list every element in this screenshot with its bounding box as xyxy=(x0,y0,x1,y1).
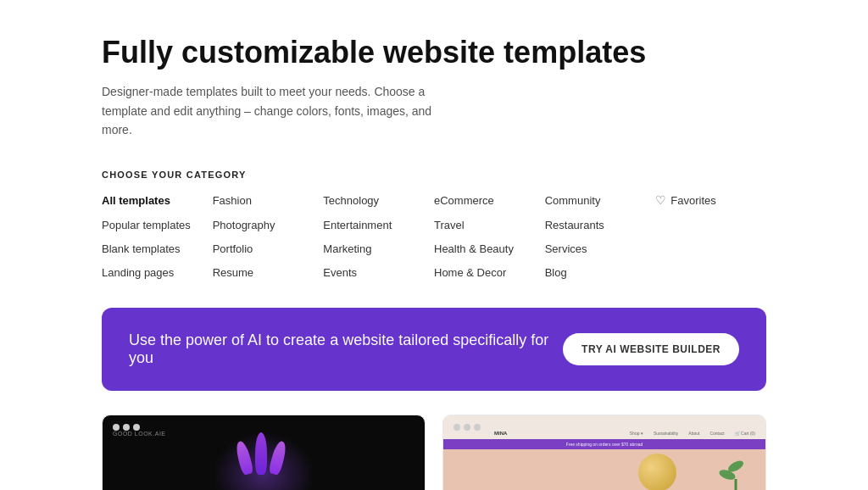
ceramic-ball-yellow xyxy=(638,454,676,490)
cat-services[interactable]: Services xyxy=(545,242,656,257)
dot-red-2 xyxy=(453,424,460,431)
favorites-label: Favorites xyxy=(670,194,715,207)
dot-yellow xyxy=(123,424,130,431)
flame-left xyxy=(234,440,254,476)
ceramics-nav-about: About xyxy=(688,431,699,436)
cat-blank-templates[interactable]: Blank templates xyxy=(102,242,213,257)
adelina-card-inner: GOOD LOOK.AIE ADELINA Palmer ✦ This is t… xyxy=(103,415,425,490)
category-column-2: Fashion Photography Portfolio Resume xyxy=(213,193,324,281)
ai-banner-text: Use the power of AI to create a website … xyxy=(129,331,563,367)
ceramics-promo-banner: Free shipping on orders over $70 abroad xyxy=(443,439,765,449)
cat-portfolio[interactable]: Portfolio xyxy=(213,242,324,257)
adelina-brand: GOOD LOOK.AIE xyxy=(113,431,166,437)
cat-all-templates[interactable]: All templates xyxy=(102,193,213,209)
cat-resume[interactable]: Resume xyxy=(213,265,324,281)
cat-photography[interactable]: Photography xyxy=(213,218,324,233)
dot-green xyxy=(133,424,140,431)
ceramics-card-inner: MINA Shop ▾ Sustainability About Contact… xyxy=(443,415,765,490)
dot-yellow-2 xyxy=(464,424,470,431)
cat-marketing[interactable]: Marketing xyxy=(323,242,434,257)
cat-blog[interactable]: Blog xyxy=(545,265,656,281)
cat-health-beauty[interactable]: Health & Beauty xyxy=(434,242,545,257)
cat-home-decor[interactable]: Home & Decor xyxy=(434,265,545,281)
category-column-1: All templates Popular templates Blank te… xyxy=(102,193,213,281)
cat-popular-templates[interactable]: Popular templates xyxy=(102,218,213,233)
cat-ecommerce[interactable]: eCommerce xyxy=(434,193,545,209)
cat-travel[interactable]: Travel xyxy=(434,218,545,233)
cat-technology[interactable]: Technology xyxy=(323,193,434,209)
ceramics-nav-shop: Shop ▾ xyxy=(630,431,643,436)
ceramics-hero: Handmade ceramics Handmade clay ceramics… xyxy=(443,449,765,490)
adelina-flames xyxy=(230,424,298,475)
category-section-label: CHOOSE YOUR CATEGORY xyxy=(102,170,766,180)
cat-community[interactable]: Community xyxy=(545,193,656,209)
ceramics-nav: Shop ▾ Sustainability About Contact 🛒 Ca… xyxy=(494,431,755,436)
cat-fashion[interactable]: Fashion xyxy=(213,193,324,209)
category-column-5: Community Restaurants Services Blog xyxy=(545,193,656,281)
ai-banner: Use the power of AI to create a website … xyxy=(102,308,766,391)
plant-stem xyxy=(735,479,737,490)
category-column-3: Technology Entertainment Marketing Event… xyxy=(323,193,434,281)
flame-center xyxy=(255,432,267,475)
ceramic-plant xyxy=(723,458,748,490)
heart-icon: ♡ xyxy=(655,193,666,207)
dot-green-2 xyxy=(474,424,481,431)
templates-grid: GOOD LOOK.AIE ADELINA Palmer ✦ This is t… xyxy=(102,415,766,490)
window-dots-2 xyxy=(453,424,481,431)
ceramics-nav-sustainability: Sustainability xyxy=(654,431,678,436)
categories-grid: All templates Popular templates Blank te… xyxy=(102,193,766,281)
cat-favorites[interactable]: ♡ Favorites xyxy=(655,193,766,207)
ceramics-nav-contact: Contact xyxy=(709,431,724,436)
try-ai-button[interactable]: TRY AI WEBSITE BUILDER xyxy=(563,333,739,365)
category-column-4: eCommerce Travel Health & Beauty Home & … xyxy=(434,193,545,281)
cat-events[interactable]: Events xyxy=(323,265,434,281)
ceramics-nav-cart: 🛒 Cart (0) xyxy=(735,431,755,436)
dot-red xyxy=(113,424,120,431)
cat-restaurants[interactable]: Restaurants xyxy=(545,218,656,233)
page-title: Fully customizable website templates xyxy=(102,34,766,70)
template-card-ceramics[interactable]: MINA Shop ▾ Sustainability About Contact… xyxy=(442,415,766,490)
cat-landing-pages[interactable]: Landing pages xyxy=(102,265,213,281)
window-dots xyxy=(113,424,140,431)
category-column-6: ♡ Favorites xyxy=(655,193,766,281)
cat-entertainment[interactable]: Entertainment xyxy=(323,218,434,233)
ceramics-objects xyxy=(638,454,757,490)
template-card-adelina[interactable]: GOOD LOOK.AIE ADELINA Palmer ✦ This is t… xyxy=(102,415,426,490)
ceramics-banner-text: Free shipping on orders over $70 abroad xyxy=(566,442,643,447)
page-subtitle: Designer-made templates built to meet yo… xyxy=(102,82,458,139)
flame-right xyxy=(268,440,288,476)
